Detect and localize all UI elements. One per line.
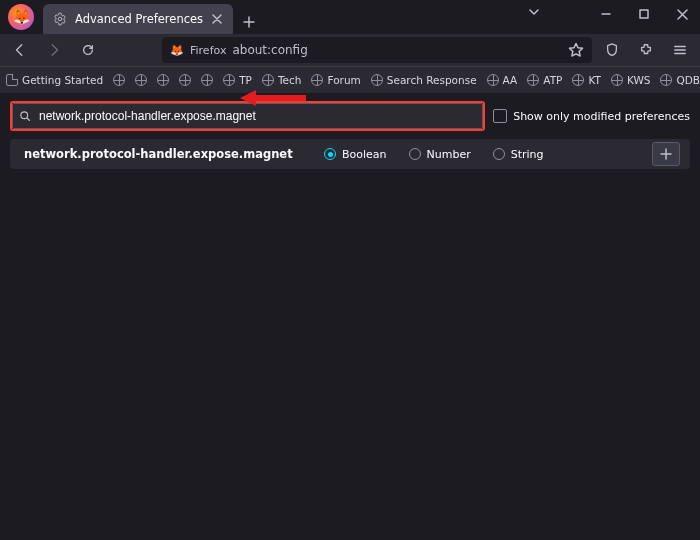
bookmark-label: Tech: [278, 74, 302, 86]
bookmark-item[interactable]: Tech: [262, 74, 302, 86]
bookmark-getting-started[interactable]: Getting Started: [6, 74, 103, 86]
globe-icon: [113, 74, 125, 86]
radio-number[interactable]: Number: [409, 148, 471, 161]
globe-icon: [311, 74, 323, 86]
add-pref-button[interactable]: [652, 142, 680, 166]
bookmark-item[interactable]: AA: [487, 74, 518, 86]
bookmark-star-icon[interactable]: [568, 42, 584, 58]
radio-icon: [324, 148, 336, 160]
annotation-arrow: [240, 90, 306, 106]
firefox-logo: 🦊: [8, 4, 34, 30]
bookmark-item[interactable]: QDB: [660, 74, 700, 86]
radio-icon: [409, 148, 421, 160]
show-modified-toggle[interactable]: Show only modified preferences: [493, 109, 690, 123]
bookmark-item[interactable]: Forum: [311, 74, 360, 86]
titlebar: 🦊 Advanced Preferences: [0, 0, 700, 34]
firefox-icon: 🦊: [170, 44, 184, 57]
radio-label: String: [511, 148, 544, 161]
pref-type-radios: Boolean Number String: [324, 148, 544, 161]
bookmark-label: KWS: [627, 74, 651, 86]
radio-icon: [493, 148, 505, 160]
tab-close-button[interactable]: [211, 13, 223, 25]
window-controls: [588, 0, 700, 28]
bookmark-item[interactable]: ATP: [527, 74, 562, 86]
svg-rect-1: [640, 10, 648, 18]
tabs-dropdown-button[interactable]: [528, 6, 540, 18]
close-window-button[interactable]: [664, 0, 700, 28]
show-modified-label: Show only modified preferences: [513, 110, 690, 123]
bookmark-item[interactable]: Search Response: [371, 74, 477, 86]
globe-icon: [223, 74, 235, 86]
bookmark-item[interactable]: [201, 74, 213, 86]
bookmark-item[interactable]: [113, 74, 125, 86]
globe-icon: [157, 74, 169, 86]
gear-icon: [53, 12, 67, 26]
tab-title: Advanced Preferences: [75, 12, 203, 26]
bookmark-label: KT: [588, 74, 600, 86]
aboutconfig-content: Show only modified preferences network.p…: [0, 93, 700, 177]
page-icon: [6, 74, 18, 86]
globe-icon: [201, 74, 213, 86]
shield-icon[interactable]: [598, 36, 626, 64]
pref-row: network.protocol-handler.expose.magnet B…: [10, 139, 690, 169]
back-button[interactable]: [6, 36, 34, 64]
globe-icon: [660, 74, 672, 86]
globe-icon: [135, 74, 147, 86]
pref-search-field[interactable]: [12, 103, 483, 129]
browser-tab[interactable]: Advanced Preferences: [43, 4, 233, 34]
bookmark-label: AA: [503, 74, 518, 86]
bookmark-item[interactable]: TP: [223, 74, 252, 86]
svg-point-0: [58, 17, 62, 21]
radio-string[interactable]: String: [493, 148, 544, 161]
forward-button[interactable]: [40, 36, 68, 64]
reload-button[interactable]: [74, 36, 102, 64]
bookmark-label: ATP: [543, 74, 562, 86]
globe-icon: [527, 74, 539, 86]
maximize-button[interactable]: [626, 0, 662, 28]
navbar: 🦊 Firefox about:config: [0, 34, 700, 66]
bookmark-item[interactable]: [135, 74, 147, 86]
minimize-button[interactable]: [588, 0, 624, 28]
bookmark-item[interactable]: KWS: [611, 74, 651, 86]
radio-label: Boolean: [342, 148, 387, 161]
new-tab-button[interactable]: [237, 10, 261, 34]
globe-icon: [179, 74, 191, 86]
globe-icon: [572, 74, 584, 86]
bookmark-item[interactable]: [179, 74, 191, 86]
url-address: about:config: [232, 43, 562, 57]
bookmark-label: Getting Started: [22, 74, 103, 86]
checkbox-icon: [493, 109, 507, 123]
svg-point-2: [21, 112, 28, 119]
pref-search-input[interactable]: [37, 108, 476, 124]
bookmark-label: Search Response: [387, 74, 477, 86]
bookmark-item[interactable]: KT: [572, 74, 600, 86]
bookmark-item[interactable]: [157, 74, 169, 86]
url-bar[interactable]: 🦊 Firefox about:config: [162, 37, 592, 63]
radio-label: Number: [427, 148, 471, 161]
bookmark-label: QDB: [676, 74, 700, 86]
globe-icon: [487, 74, 499, 86]
globe-icon: [371, 74, 383, 86]
search-icon: [19, 110, 31, 122]
globe-icon: [262, 74, 274, 86]
menu-button[interactable]: [666, 36, 694, 64]
globe-icon: [611, 74, 623, 86]
extensions-button[interactable]: [632, 36, 660, 64]
url-identity: Firefox: [190, 44, 226, 57]
bookmark-label: TP: [239, 74, 252, 86]
bookmark-bar: Getting Started TP Tech Forum Search Res…: [0, 66, 700, 93]
radio-boolean[interactable]: Boolean: [324, 148, 387, 161]
bookmark-label: Forum: [327, 74, 360, 86]
pref-name: network.protocol-handler.expose.magnet: [24, 147, 324, 161]
